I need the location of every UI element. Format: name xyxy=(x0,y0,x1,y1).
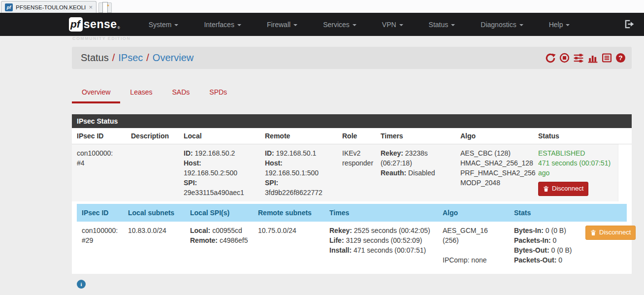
cell-local: ID: 192.168.50.2 Host: 192.168.50.2:500 … xyxy=(179,144,260,202)
menu-diagnostics[interactable]: Diagnostics xyxy=(468,21,536,29)
tab-overview[interactable]: Overview xyxy=(72,83,120,103)
panel-title: IPsec Status xyxy=(72,114,632,128)
sliders-icon[interactable] xyxy=(573,53,584,64)
spi-remote-label: Remote: xyxy=(190,236,218,244)
bytes-out-label: Bytes-Out: xyxy=(514,246,549,254)
status-established: ESTABLISHED xyxy=(538,149,585,157)
child-col-remote-subnets: Remote subnets xyxy=(253,204,324,222)
svg-text:?: ? xyxy=(618,54,622,62)
remote-spi: 3fd9b226f8622772 xyxy=(265,189,322,197)
menu-label: System xyxy=(149,21,172,29)
browser-tab[interactable]: pf PFSENSE-TOULON.KEOLIS.... × xyxy=(1,1,97,13)
child-cell-remote-subnets: 10.75.0.0/24 xyxy=(253,222,324,269)
new-tab-button[interactable]: ✦ xyxy=(98,2,112,13)
pfsense-favicon: pf xyxy=(5,3,13,11)
cell-role: IKEv2 responder xyxy=(337,144,376,202)
packets-in-label: Packets-In: xyxy=(514,236,551,244)
cell-spacer xyxy=(618,144,632,202)
tab-leases[interactable]: Leases xyxy=(120,83,162,103)
tab-sads[interactable]: SADs xyxy=(162,83,200,103)
menu-firewall[interactable]: Firewall xyxy=(254,21,310,29)
pfsense-logo[interactable]: pf sense ® xyxy=(69,17,120,32)
algo-prf: PRF_HMAC_SHA2_256 xyxy=(460,169,536,177)
child-rekey: 2525 seconds (00:42:05) xyxy=(354,227,430,234)
cell-status: ESTABLISHED 471 seconds (00:07:51) ago D… xyxy=(533,144,618,202)
remote-id: 192.168.50.1 xyxy=(276,149,317,157)
bytes-in: 0 (0 B) xyxy=(546,227,566,234)
menu-help[interactable]: Help xyxy=(536,21,583,29)
header-action-icons: ? xyxy=(545,53,626,64)
table-header-row: IPsec ID Description Local Remote Role T… xyxy=(72,128,632,144)
packets-out: 0 xyxy=(558,256,562,264)
remote-host: 192.168.50.1:500 xyxy=(265,169,319,177)
help-icon[interactable]: ? xyxy=(615,53,626,63)
navbar-menus: System Interfaces Firewall Services VPN … xyxy=(136,21,583,29)
sign-out-icon[interactable] xyxy=(623,19,634,31)
page-tabs: Overview Leases SADs SPDs xyxy=(72,83,632,103)
breadcrumb-separator: / xyxy=(109,52,119,63)
menu-label: Interfaces xyxy=(204,21,234,29)
trash-icon xyxy=(543,186,549,192)
child-algo-encryption: AES_GCM_16 (256) xyxy=(443,227,488,244)
cell-ipsec-id: con100000: #4 xyxy=(72,144,126,202)
disconnect-button[interactable]: Disconnect xyxy=(538,182,588,196)
top-navbar: pf sense ® System Interfaces Firewall Se… xyxy=(0,13,644,36)
child-col-actions xyxy=(580,204,627,222)
community-edition-label: COMMUNITY EDITION xyxy=(72,36,130,41)
breadcrumb-section: Status xyxy=(81,52,109,63)
bytes-in-label: Bytes-In: xyxy=(514,227,544,234)
registered-mark: ® xyxy=(118,26,120,30)
local-host-label: Host: xyxy=(184,159,201,167)
child-col-stats: Stats xyxy=(509,204,580,222)
pfsense-logo-sense: sense xyxy=(84,18,117,31)
menu-label: VPN xyxy=(382,21,396,29)
col-algo: Algo xyxy=(455,128,533,144)
child-cell-local-spis: Local: c00955cd Remote: c4986ef5 xyxy=(185,222,253,269)
disconnect-label: Disconnect xyxy=(552,184,583,194)
col-description: Description xyxy=(126,128,179,144)
child-col-algo: Algo xyxy=(438,204,509,222)
pfsense-logo-pf: pf xyxy=(69,17,83,32)
tab-close-icon[interactable]: × xyxy=(89,4,93,10)
child-sa-row: IPsec ID Local subnets Local SPI(s) Remo… xyxy=(72,201,632,274)
stop-icon[interactable] xyxy=(559,53,570,63)
algo-dhgroup: MODP_2048 xyxy=(460,179,500,187)
menu-interfaces[interactable]: Interfaces xyxy=(191,21,254,29)
child-disconnect-button[interactable]: Disconnect xyxy=(585,226,636,240)
caret-down-icon xyxy=(566,24,570,26)
child-cell-stats: Bytes-In: 0 (0 B) Packets-In: 0 Bytes-Ou… xyxy=(509,222,580,269)
caret-down-icon xyxy=(451,24,455,26)
refresh-icon[interactable] xyxy=(545,53,556,64)
child-sa-cell: IPsec ID Local subnets Local SPI(s) Remo… xyxy=(72,201,632,274)
menu-label: Services xyxy=(323,21,350,29)
child-rekey-label: Rekey: xyxy=(329,227,352,234)
remote-spi-label: SPI: xyxy=(265,179,278,187)
col-ipsec-id: IPsec ID xyxy=(72,128,126,144)
caret-down-icon xyxy=(174,24,178,26)
local-id-label: ID: xyxy=(184,149,193,157)
tab-spds[interactable]: SPDs xyxy=(199,83,237,103)
child-install: 471 seconds (00:07:51) xyxy=(354,246,426,254)
menu-status[interactable]: Status xyxy=(416,21,468,29)
browser-tab-title: PFSENSE-TOULON.KEOLIS.... xyxy=(16,4,86,10)
menu-vpn[interactable]: VPN xyxy=(369,21,416,29)
child-sa-table: IPsec ID Local subnets Local SPI(s) Remo… xyxy=(77,204,627,269)
local-id: 192.168.50.2 xyxy=(195,149,235,157)
reauth-value: Disabled xyxy=(408,169,435,177)
child-col-local-subnets: Local subnets xyxy=(123,204,185,222)
bar-chart-icon[interactable] xyxy=(587,53,598,64)
col-role: Role xyxy=(337,128,376,144)
browser-tab-strip: pf PFSENSE-TOULON.KEOLIS.... × ✦ xyxy=(0,0,644,13)
child-col-times: Times xyxy=(324,204,438,222)
caret-down-icon xyxy=(353,24,356,26)
menu-system[interactable]: System xyxy=(136,21,192,29)
breadcrumb-link-overview[interactable]: Overview xyxy=(153,52,193,63)
spi-remote: c4986ef5 xyxy=(220,236,248,244)
log-icon[interactable] xyxy=(602,53,612,63)
ipsec-status-table: IPsec ID Description Local Remote Role T… xyxy=(72,128,632,274)
local-spi-label: SPI: xyxy=(184,179,197,187)
info-icon[interactable]: i xyxy=(77,280,86,289)
trash-icon xyxy=(590,229,596,236)
breadcrumb-link-ipsec[interactable]: IPsec xyxy=(118,52,143,63)
menu-services[interactable]: Services xyxy=(310,21,369,29)
